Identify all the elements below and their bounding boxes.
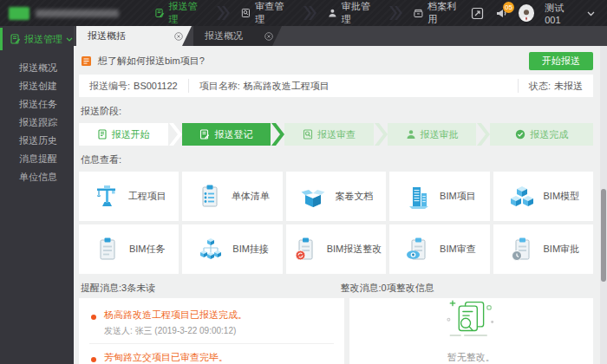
nav-item-submission-management[interactable]: 报送管理 bbox=[147, 0, 212, 26]
sidebar-item-message-reminder[interactable]: 消息提醒 bbox=[0, 150, 74, 168]
chevron-down-icon bbox=[66, 37, 73, 42]
person-icon bbox=[328, 8, 337, 18]
announcement-icon[interactable]: 05 bbox=[494, 6, 508, 21]
page-content: 想了解如何报送bim项目? 开始报送 报送编号: BS001122 项目名称: … bbox=[74, 46, 600, 364]
close-icon[interactable] bbox=[264, 32, 273, 41]
step-group: 报送审查 bbox=[284, 123, 388, 146]
sidebar-header-submission-management[interactable]: 报送管理 bbox=[0, 26, 74, 52]
card-unit-list[interactable]: 单体清单 bbox=[182, 172, 282, 221]
username[interactable]: 测试001 bbox=[545, 2, 577, 25]
step-report-start: 报送开始 bbox=[79, 123, 168, 146]
start-report-button[interactable]: 开始报送 bbox=[529, 52, 593, 70]
card-bim-task[interactable]: BIM任务 bbox=[79, 224, 179, 274]
nav-item-review-management[interactable]: 审查管理 bbox=[232, 0, 298, 26]
notice-text: 想了解如何报送bim项目? bbox=[98, 55, 205, 68]
close-icon[interactable] bbox=[174, 32, 183, 41]
avatar[interactable] bbox=[519, 4, 534, 22]
nav-item-approval-management[interactable]: 审批管理 bbox=[319, 0, 385, 26]
project-info-bar: 报送编号: BS001122 项目名称: 杨高路改造工程项目 状态: 未报送 bbox=[79, 75, 593, 97]
step-group: 报送开始 bbox=[79, 123, 182, 146]
info-view-grid: 工程项目 单体清单 案卷文档 BIM项目 BIM模型 bbox=[79, 172, 593, 274]
clipboard-eye-icon bbox=[403, 235, 433, 264]
step-group: 报送审批 bbox=[388, 123, 491, 146]
info-view-section-label: 信息查看: bbox=[79, 153, 593, 166]
tab-label: 报送概括 bbox=[88, 29, 126, 42]
sidebar-item-report-task[interactable]: 报送任务 bbox=[0, 95, 74, 114]
project-code-cell: 报送编号: BS001122 bbox=[79, 79, 188, 93]
nav-item-label: 报送管理 bbox=[169, 0, 204, 26]
project-code-value: BS001122 bbox=[134, 81, 178, 91]
document-icon bbox=[97, 129, 108, 140]
document-edit-icon bbox=[10, 34, 21, 44]
chevron-down-icon[interactable] bbox=[587, 8, 595, 18]
sidebar-item-unit-info[interactable]: 单位信息 bbox=[0, 168, 74, 186]
scrollbar-track[interactable] bbox=[600, 46, 607, 364]
project-name-value: 杨高路改造工程项目 bbox=[244, 80, 330, 93]
app-window: 报送管理 审查管理 审批管理 bbox=[0, 0, 607, 364]
main-area: 报送概括 报送概况 想了解如何报送bim项目? 开始报送 报送编号: BS001… bbox=[74, 26, 607, 364]
step-group: 报送登记 bbox=[182, 123, 285, 146]
notification-badge: 05 bbox=[503, 2, 514, 13]
open-box-icon bbox=[298, 182, 328, 211]
empty-state-illustration bbox=[431, 298, 511, 344]
step-arrow-icon bbox=[271, 123, 284, 146]
topbar: 报送管理 审查管理 审批管理 bbox=[0, 0, 607, 26]
stage-section-label: 报送阶段: bbox=[79, 105, 593, 118]
logo-mark-blurred bbox=[9, 7, 29, 20]
project-status-cell: 状态: 未报送 bbox=[518, 79, 593, 93]
card-project[interactable]: 工程项目 bbox=[79, 172, 179, 221]
sidebar-header-label: 报送管理 bbox=[24, 33, 62, 46]
project-status-label: 状态: bbox=[529, 80, 551, 93]
card-bim-report-rectify[interactable]: BIM报送整改 bbox=[286, 224, 386, 274]
crane-icon bbox=[92, 182, 121, 211]
sidebar-item-report-tracking[interactable]: 报送跟踪 bbox=[0, 114, 74, 132]
check-circle-icon bbox=[515, 129, 525, 140]
message-meta: 发送人: 张三 (2019-3-22 09:00:12) bbox=[104, 325, 247, 337]
tab-report-summary[interactable]: 报送概括 bbox=[76, 26, 192, 46]
buildings-icon bbox=[403, 182, 433, 211]
step-report-approval: 报送审批 bbox=[388, 123, 477, 146]
tab-label: 报送概况 bbox=[205, 29, 243, 42]
project-name-label: 项目名称: bbox=[199, 80, 240, 93]
sidebar-item-report-overview[interactable]: 报送概况 bbox=[0, 59, 74, 77]
card-bim-project[interactable]: BIM项目 bbox=[389, 172, 489, 221]
rectify-empty-panel: 暂无整改。 bbox=[349, 298, 594, 364]
reminder-message-list: 杨高路改造工程项目已报送完成。 发送人: 张三 (2019-3-22 09:00… bbox=[79, 298, 344, 364]
fullscreen-icon[interactable] bbox=[471, 6, 485, 21]
rectify-count: 0项整改信息 bbox=[382, 283, 434, 293]
card-bim-approval[interactable]: BIM审批 bbox=[493, 224, 593, 274]
cubes-icon bbox=[507, 182, 537, 211]
clipboard-alert-icon bbox=[290, 235, 320, 264]
orange-guide-icon bbox=[81, 55, 92, 67]
document-edit-icon bbox=[199, 129, 210, 140]
document-edit-icon bbox=[155, 8, 165, 18]
card-bim-model[interactable]: BIM模型 bbox=[493, 172, 593, 221]
clipboard-list-icon bbox=[195, 182, 225, 211]
step-report-complete: 报送完成 bbox=[490, 123, 593, 146]
stage-steps: 报送开始 报送登记 报送审查 bbox=[79, 123, 593, 146]
topbar-right: 05 测试001 bbox=[471, 2, 607, 25]
message-title: 芳甸路立交项目已审查完毕。 bbox=[104, 351, 236, 364]
tab-bar: 报送概括 报送概况 bbox=[74, 26, 607, 46]
message-item[interactable]: 芳甸路立交项目已审查完毕。 发送人: 李四 (2019-3-18 16:01:5… bbox=[89, 343, 334, 364]
message-title: 杨高路改造工程项目已报送完成。 bbox=[104, 309, 247, 322]
nav-item-archive-utilization[interactable]: 档案利用 bbox=[405, 0, 471, 26]
card-bim-review[interactable]: BIM审查 bbox=[389, 224, 489, 274]
status-badge: 未报送 bbox=[554, 80, 583, 93]
linked-cubes-icon bbox=[196, 235, 225, 264]
scrollbar-thumb[interactable] bbox=[601, 189, 606, 282]
sidebar-item-report-create[interactable]: 报送创建 bbox=[0, 77, 74, 95]
step-group: 报送完成 bbox=[490, 123, 593, 146]
sidebar-item-report-history[interactable]: 报送历史 bbox=[0, 132, 74, 150]
message-item[interactable]: 杨高路改造工程项目已报送完成。 发送人: 张三 (2019-3-22 09:00… bbox=[89, 302, 334, 343]
logo-text-blurred bbox=[36, 10, 119, 17]
app-logo bbox=[0, 7, 147, 20]
tab-report-overview[interactable]: 报送概况 bbox=[193, 26, 282, 46]
clipboard-stamp-icon bbox=[507, 235, 537, 264]
card-bim-link[interactable]: BIM挂接 bbox=[182, 224, 282, 274]
document-search-icon bbox=[303, 129, 313, 140]
nav-separator-icon bbox=[389, 6, 400, 20]
unread-dot bbox=[91, 315, 96, 320]
card-archive-docs[interactable]: 案卷文档 bbox=[286, 172, 386, 221]
top-nav: 报送管理 审查管理 审批管理 bbox=[147, 0, 471, 26]
